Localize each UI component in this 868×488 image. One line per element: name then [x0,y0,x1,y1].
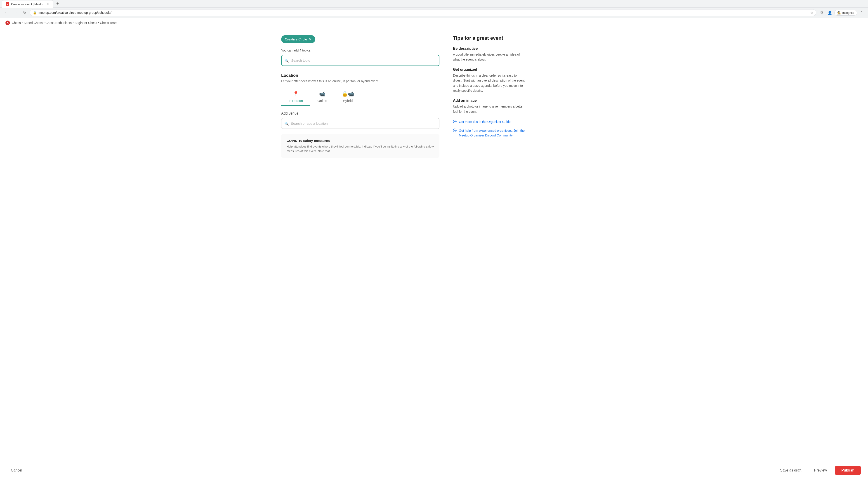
in-person-icon: 📍 [293,91,299,97]
tab-hybrid[interactable]: 🔒📹 Hybrid [335,88,361,106]
link1-icon [453,120,457,125]
browser-chrome: M Create an event | Meetup ✕ + ← → ↻ 🔒 m… [0,0,868,18]
location-section-subtitle: Let your attendees know if this is an on… [281,79,439,83]
search-topic-input[interactable] [281,55,439,66]
covid-text: Help attendees find events where they'll… [287,144,434,153]
tab-hybrid-label: Hybrid [343,99,352,103]
menu-button[interactable]: ⋮ [858,9,865,16]
tags-text: Chess • Speed Chess • Chess Enthusiasts … [12,21,118,25]
incognito-label: Incognito [842,11,854,14]
back-button[interactable]: ← [3,9,10,16]
hybrid-icon: 🔒📹 [342,91,354,97]
tip-item-1: Get organized Describe things in a clear… [453,68,525,93]
new-tab-button[interactable]: + [54,1,61,7]
toolbar-actions: ⧉ 👤 🕵️ Incognito ⋮ [818,9,865,16]
active-tab: M Create an event | Meetup ✕ [2,0,53,8]
publish-button[interactable]: Publish [835,466,861,475]
tip-item-0: Be descriptive A good title immediately … [453,46,525,62]
location-section-title: Location [281,73,439,78]
tab-title: Create an event | Meetup [11,2,44,6]
incognito-badge: 🕵️ Incognito [834,10,857,15]
venue-search-input[interactable] [281,118,439,129]
tab-close-button[interactable]: ✕ [46,2,50,6]
covid-section: COVID-19 safety measures Help attendees … [281,134,439,158]
covid-title: COVID-19 safety measures [287,139,434,142]
tips-area: Tips for a great event Be descriptive A … [453,35,525,455]
topics-hint-prefix: You can add [281,48,300,52]
preview-button[interactable]: Preview [809,466,831,475]
location-tabs: 📍 In Person 📹 Online 🔒📹 Hybrid [281,88,439,106]
venue-label: Add venue [281,111,439,116]
tip-item-2: Add an image Upload a photo or image to … [453,98,525,114]
tip-1-title: Get organized [453,68,525,72]
remove-tag-button[interactable]: ✕ [309,37,312,41]
creative-circle-label: Creative Circle [285,37,307,41]
url-text: meetup.com/creative-circle-meetup-group/… [38,11,809,14]
online-icon: 📹 [319,91,325,97]
organizer-guide-label: Get more tips in the Organizer Guide [459,120,510,124]
page-content: ✕ Chess • Speed Chess • Chess Enthusiast… [0,18,868,479]
tab-online[interactable]: 📹 Online [310,88,334,106]
tab-favicon: M [6,2,9,6]
search-topic-wrapper: 🔍 [281,55,439,66]
refresh-button[interactable]: ↻ [21,9,28,16]
tab-in-person-label: In Person [288,99,303,103]
form-area: Creative Circle ✕ You can add 4 topics. … [281,35,439,455]
tags-bar: ✕ Chess • Speed Chess • Chess Enthusiast… [0,18,868,28]
tab-bar: M Create an event | Meetup ✕ + [0,0,868,7]
discord-community-link[interactable]: Get help from experienced organizers. Jo… [453,128,525,138]
tip-2-title: Add an image [453,98,525,103]
tip-1-text: Describe things in a clear order so it's… [453,73,525,93]
bottom-bar: Cancel Save as draft Preview Publish [0,462,868,479]
tab-in-person[interactable]: 📍 In Person [281,88,310,106]
forward-button[interactable]: → [12,9,19,16]
tip-0-text: A good title immediately gives people an… [453,52,525,62]
extensions-button[interactable]: ⧉ [818,9,825,16]
address-icons: ☆ [810,11,813,14]
profile-button[interactable]: 👤 [826,9,833,16]
topics-count: 4 [300,48,301,52]
discord-community-label: Get help from experienced organizers. Jo… [459,128,525,138]
tips-title: Tips for a great event [453,35,525,41]
bookmark-icon[interactable]: ☆ [810,11,813,14]
bottom-right-buttons: Save as draft Preview Publish [776,466,861,475]
tab-online-label: Online [317,99,327,103]
topics-hint: You can add 4 topics. [281,48,439,52]
browser-toolbar: ← → ↻ 🔒 meetup.com/creative-circle-meetu… [0,7,868,18]
incognito-icon: 🕵️ [837,11,841,14]
main-layout: Creative Circle ✕ You can add 4 topics. … [276,28,592,462]
venue-search-icon: 🔍 [284,121,289,126]
address-bar[interactable]: 🔒 meetup.com/creative-circle-meetup-grou… [30,9,816,16]
link2-icon [453,129,457,133]
organizer-guide-link[interactable]: Get more tips in the Organizer Guide [453,120,525,125]
venue-search-wrapper: 🔍 [281,118,439,129]
search-topic-icon: 🔍 [284,58,289,63]
cancel-button[interactable]: Cancel [7,466,26,474]
tip-2-text: Upload a photo or image to give members … [453,104,525,114]
creative-circle-tag: Creative Circle ✕ [281,35,315,43]
save-draft-button[interactable]: Save as draft [776,466,806,475]
tip-0-title: Be descriptive [453,46,525,51]
topics-hint-suffix: topics. [301,48,311,52]
error-icon: ✕ [5,21,10,25]
